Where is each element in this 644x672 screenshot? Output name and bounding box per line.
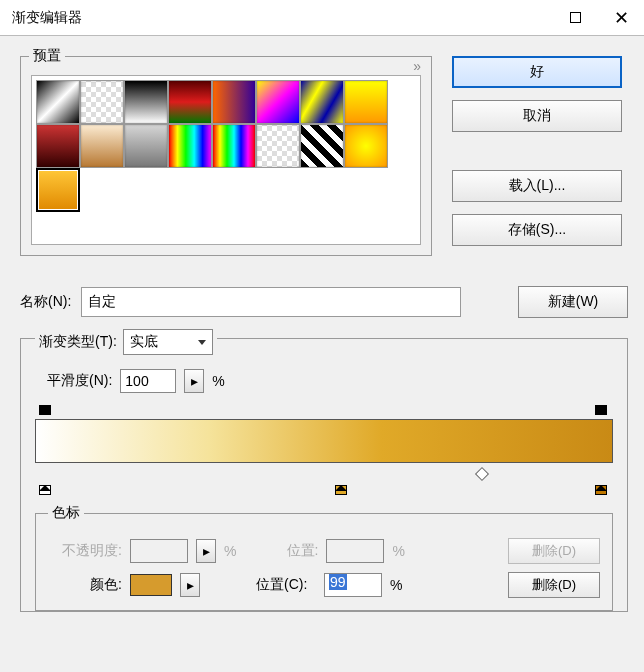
load-button[interactable]: 载入(L)... <box>452 170 622 202</box>
preset-swatch[interactable] <box>256 80 300 124</box>
presets-menu-icon[interactable]: » <box>413 58 421 74</box>
smoothness-pct: % <box>212 373 224 389</box>
color-stop-1[interactable] <box>39 469 53 483</box>
preset-swatch[interactable] <box>344 124 388 168</box>
opacity-pos-label: 位置: <box>278 542 318 560</box>
delete-color-stop-button[interactable]: 删除(D) <box>508 572 600 598</box>
preset-swatch[interactable] <box>36 168 80 212</box>
preset-swatch[interactable] <box>212 80 256 124</box>
preset-swatch[interactable] <box>36 124 80 168</box>
opacity-input <box>130 539 188 563</box>
maximize-button[interactable] <box>552 0 598 36</box>
preset-swatch[interactable] <box>168 124 212 168</box>
name-input[interactable] <box>81 287 461 317</box>
save-button[interactable]: 存储(S)... <box>452 214 622 246</box>
preset-swatch[interactable] <box>80 124 124 168</box>
gradient-type-select[interactable]: 实底 <box>123 329 213 355</box>
color-pos-input[interactable]: 99 <box>324 573 382 597</box>
color-stop-2[interactable] <box>335 469 349 483</box>
preset-swatch[interactable] <box>124 80 168 124</box>
preset-swatch[interactable] <box>168 80 212 124</box>
delete-opacity-stop-button: 删除(D) <box>508 538 600 564</box>
opacity-stop-right[interactable] <box>595 405 609 419</box>
presets-label: 预置 <box>29 47 65 65</box>
close-button[interactable]: ✕ <box>598 0 644 36</box>
window-title: 渐变编辑器 <box>12 9 552 27</box>
opacity-pos-input <box>326 539 384 563</box>
color-label: 颜色: <box>48 576 122 594</box>
preset-swatch[interactable] <box>36 80 80 124</box>
smoothness-input[interactable] <box>120 369 176 393</box>
preset-swatch[interactable] <box>124 124 168 168</box>
smoothness-label: 平滑度(N): <box>47 372 112 390</box>
color-well[interactable] <box>130 574 172 596</box>
stops-legend: 色标 <box>48 504 84 522</box>
new-button[interactable]: 新建(W) <box>518 286 628 318</box>
ok-button[interactable]: 好 <box>452 56 622 88</box>
midpoint-diamond[interactable] <box>475 467 489 481</box>
color-pos-label: 位置(C): <box>256 576 316 594</box>
preset-swatch[interactable] <box>256 124 300 168</box>
color-stepper[interactable]: ▸ <box>180 573 200 597</box>
preset-swatch[interactable] <box>344 80 388 124</box>
color-stop-3[interactable] <box>595 469 609 483</box>
presets-grid <box>31 75 421 245</box>
gradient-bar[interactable] <box>35 419 613 463</box>
preset-swatch[interactable] <box>80 80 124 124</box>
opacity-stop-left[interactable] <box>39 405 53 419</box>
preset-swatch[interactable] <box>300 80 344 124</box>
preset-swatch[interactable] <box>300 124 344 168</box>
gradient-type-label: 渐变类型(T): <box>39 333 117 351</box>
cancel-button[interactable]: 取消 <box>452 100 622 132</box>
name-label: 名称(N): <box>20 293 71 311</box>
smoothness-stepper[interactable]: ▸ <box>184 369 204 393</box>
opacity-stepper: ▸ <box>196 539 216 563</box>
preset-swatch[interactable] <box>212 124 256 168</box>
opacity-label: 不透明度: <box>48 542 122 560</box>
